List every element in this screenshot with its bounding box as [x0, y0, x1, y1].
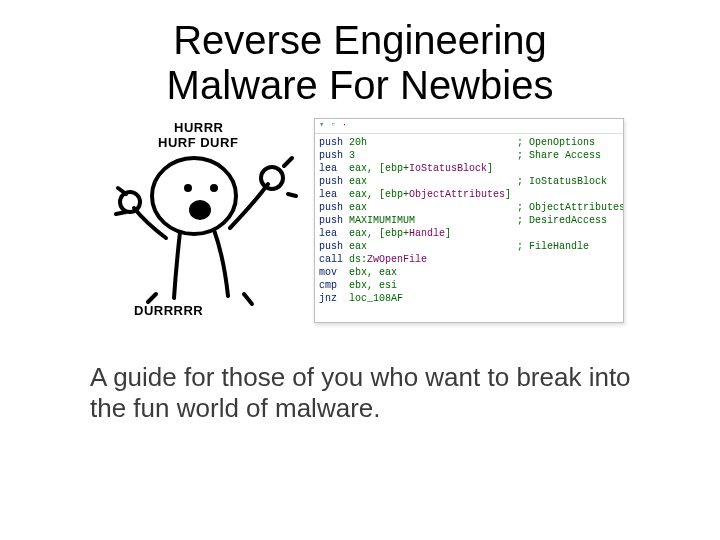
mnemonic: lea [319, 162, 349, 175]
comment: ; Share Access [517, 149, 624, 162]
code-line: leaeax, [ebp+ObjectAttributes] [319, 188, 624, 201]
svg-point-2 [212, 186, 216, 190]
operands: 20h [349, 136, 517, 149]
operands: eax, [ebp+ObjectAttributes] [349, 188, 517, 201]
svg-point-3 [189, 200, 211, 220]
operands: eax [349, 201, 517, 214]
code-line: leaeax, [ebp+Handle] [319, 227, 624, 240]
code-line: cmpebx, esi [319, 279, 624, 292]
mnemonic: mov [319, 266, 349, 279]
comment [517, 227, 624, 240]
comment [517, 279, 624, 292]
slide-title: Reverse Engineering Malware For Newbies [40, 18, 680, 108]
svg-point-1 [186, 186, 190, 190]
code-line: leaeax, [ebp+IoStatusBlock] [319, 162, 624, 175]
cartoon-figure-icon [96, 118, 306, 328]
mnemonic: push [319, 240, 349, 253]
operands: 3 [349, 149, 517, 162]
code-line: pusheax; FileHandle [319, 240, 624, 253]
code-line: pusheax; IoStatusBlock [319, 175, 624, 188]
mnemonic: lea [319, 188, 349, 201]
operands: loc_108AF [349, 292, 517, 305]
code-line: movebx, eax [319, 266, 624, 279]
title-line-1: Reverse Engineering [173, 18, 547, 62]
mnemonic: jnz [319, 292, 349, 305]
code-line: push3; Share Access [319, 149, 624, 162]
slide: Reverse Engineering Malware For Newbies … [0, 0, 720, 540]
comment [517, 188, 624, 201]
disassembly-listing: push20h; OpenOptionspush3; Share Accessl… [319, 136, 624, 305]
code-line: push20h; OpenOptions [319, 136, 624, 149]
disassembly-toolbar: ▾ ▫ · [315, 119, 623, 134]
mnemonic: push [319, 214, 349, 227]
operands: eax [349, 175, 517, 188]
toolbar-glyph-b-icon: ▫ [330, 119, 335, 132]
disassembly-panel: ▾ ▫ · push20h; OpenOptionspush3; Share A… [314, 118, 624, 323]
comment: ; FileHandle [517, 240, 624, 253]
comment: ; OpenOptions [517, 136, 624, 149]
comment [517, 162, 624, 175]
svg-point-0 [152, 158, 236, 234]
mnemonic: push [319, 175, 349, 188]
svg-point-4 [120, 192, 140, 212]
comment: ; IoStatusBlock [517, 175, 624, 188]
comment [517, 292, 624, 305]
mnemonic: push [319, 201, 349, 214]
operands: ebx, esi [349, 279, 517, 292]
comment [517, 266, 624, 279]
cartoon-panel: HURRR HURF DURF DURRRRR [96, 118, 306, 328]
code-line: pushMAXIMUMIMUM; DesiredAccess [319, 214, 624, 227]
mnemonic: push [319, 149, 349, 162]
comment: ; ObjectAttributes [517, 201, 624, 214]
operands: ebx, eax [349, 266, 517, 279]
mnemonic: lea [319, 227, 349, 240]
mnemonic: push [319, 136, 349, 149]
comment: ; DesiredAccess [517, 214, 624, 227]
mnemonic: cmp [319, 279, 349, 292]
slide-subtitle: A guide for those of you who want to bre… [40, 362, 680, 425]
svg-point-5 [261, 167, 283, 189]
code-line: jnzloc_108AF [319, 292, 624, 305]
toolbar-glyph-c-icon: · [342, 119, 347, 132]
code-line: pusheax; ObjectAttributes [319, 201, 624, 214]
operands: ds:ZwOpenFile [349, 253, 517, 266]
content-row: HURRR HURF DURF DURRRRR [40, 118, 680, 328]
toolbar-glyph-a-icon: ▾ [319, 119, 324, 132]
operands: MAXIMUMIMUM [349, 214, 517, 227]
mnemonic: call [319, 253, 349, 266]
operands: eax, [ebp+IoStatusBlock] [349, 162, 517, 175]
comment [517, 253, 624, 266]
operands: eax [349, 240, 517, 253]
operands: eax, [ebp+Handle] [349, 227, 517, 240]
code-line: callds:ZwOpenFile [319, 253, 624, 266]
title-line-2: Malware For Newbies [167, 63, 554, 107]
